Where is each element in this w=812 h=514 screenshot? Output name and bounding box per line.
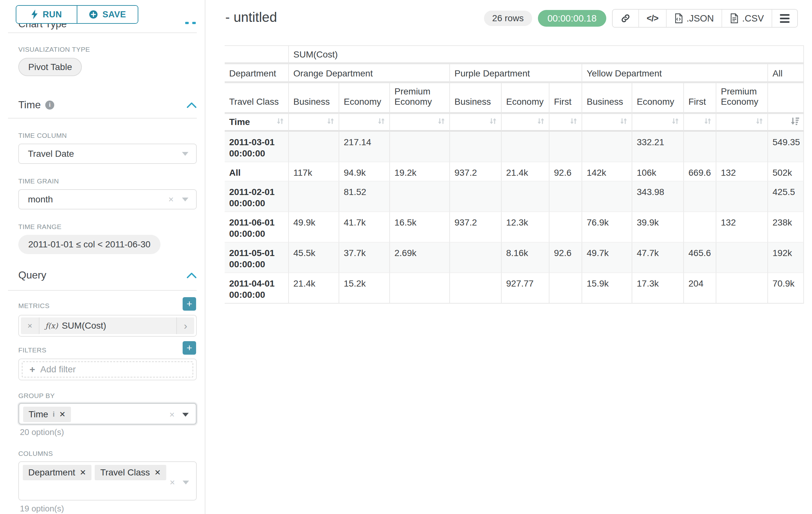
export-csv-label: .CSV xyxy=(742,13,764,24)
table-row: 2011-02-0100:00:0081.52343.98425.5 xyxy=(225,182,804,212)
time-range-chip[interactable]: 2011-01-01 ≤ col < 2011-06-30 xyxy=(18,235,161,254)
pivot-cell: 192k xyxy=(768,243,804,273)
pivot-cell: 343.98 xyxy=(632,182,684,212)
pivot-cell xyxy=(450,243,502,273)
chart-header-actions: 26 rows 00:00:00.18 </> .JSON .CSV xyxy=(484,9,798,28)
pivot-cell: 204 xyxy=(684,273,716,304)
save-button[interactable]: SAVE xyxy=(77,6,138,23)
pivot-cell: 15.9k xyxy=(582,273,632,304)
pivot-cell xyxy=(502,132,549,162)
expand-metric-icon[interactable]: › xyxy=(176,317,194,334)
time-column-select[interactable]: Travel Date xyxy=(18,143,197,164)
class-header-cell: Business xyxy=(450,83,502,114)
columns-chip[interactable]: Department✕ xyxy=(23,465,91,480)
group-by-options-hint: 20 option(s) xyxy=(20,427,64,437)
query-timer-badge: 00:00:00.18 xyxy=(538,10,606,27)
menu-button[interactable] xyxy=(772,10,797,27)
sort-icon[interactable] xyxy=(619,116,629,128)
add-filter-button[interactable]: + xyxy=(183,341,196,355)
visualization-type-label: VISUALIZATION TYPE xyxy=(18,46,90,53)
time-section-title: Time xyxy=(18,99,41,111)
sort-icon[interactable] xyxy=(488,116,498,128)
chip-label: Time xyxy=(29,409,48,420)
sort-icon[interactable] xyxy=(376,116,386,128)
export-csv-button[interactable]: .CSV xyxy=(722,10,772,27)
chart-title[interactable]: - untitled xyxy=(225,10,277,25)
pivot-cell: 217.14 xyxy=(339,132,390,162)
pivot-table: SUM(Cost)DepartmentOrange DepartmentPurp… xyxy=(225,45,804,304)
clear-icon[interactable]: × xyxy=(170,410,175,420)
sort-header-cell xyxy=(339,114,390,132)
time-grain-select[interactable]: month × xyxy=(18,189,197,210)
class-header-cell: Economy xyxy=(502,83,549,114)
chip-close-icon[interactable]: ✕ xyxy=(80,468,86,477)
pivot-cell: 2.69k xyxy=(390,243,450,273)
group-by-select[interactable]: Timei✕ × xyxy=(18,403,197,425)
metric-item[interactable]: × ƒ(x) SUM(Cost) › xyxy=(21,317,194,334)
class-header-cell: Economy xyxy=(632,83,684,114)
pivot-cell xyxy=(684,132,716,162)
pivot-cell: 927.77 xyxy=(502,273,549,304)
remove-metric-icon[interactable]: × xyxy=(21,321,39,331)
class-header-cell xyxy=(768,83,804,114)
sort-header-cell xyxy=(632,114,684,132)
pivot-table-container: SUM(Cost)DepartmentOrange DepartmentPurp… xyxy=(225,45,804,304)
chip-label: Travel Class xyxy=(100,467,150,478)
row-header-cell: 2011-04-0100:00:00 xyxy=(225,273,289,304)
pivot-table-chip[interactable]: Pivot Table xyxy=(18,58,82,76)
chevron-up-icon[interactable] xyxy=(186,102,197,108)
class-header-cell: Business xyxy=(289,83,339,114)
columns-chip[interactable]: Travel Class✕ xyxy=(95,465,166,480)
clear-icon[interactable]: × xyxy=(169,194,174,205)
divider xyxy=(8,118,197,118)
caret-down-icon[interactable] xyxy=(182,413,189,417)
run-button[interactable]: RUN xyxy=(17,6,77,23)
sort-icon[interactable] xyxy=(536,116,546,128)
sort-icon[interactable] xyxy=(755,116,764,128)
divider xyxy=(8,290,197,291)
group-by-chip[interactable]: Timei✕ xyxy=(23,407,71,422)
sort-icon[interactable] xyxy=(670,116,680,128)
clipped-icon-dot xyxy=(192,22,196,24)
embed-code-button[interactable]: </> xyxy=(639,10,667,27)
columns-options-hint: 19 option(s) xyxy=(20,504,64,514)
chart-area: - untitled 26 rows 00:00:00.18 </> .JSON… xyxy=(206,0,812,514)
table-row: All117k94.9k19.2k937.221.4k92.6142k106k6… xyxy=(225,162,804,182)
add-metric-button[interactable]: + xyxy=(183,297,196,310)
copy-link-button[interactable] xyxy=(613,10,639,27)
sort-header-cell xyxy=(390,114,450,132)
sort-icon[interactable] xyxy=(569,116,578,128)
sort-header-cell xyxy=(684,114,716,132)
sort-desc-icon[interactable] xyxy=(790,116,800,128)
info-icon: i xyxy=(45,101,54,110)
chip-close-icon[interactable]: ✕ xyxy=(154,468,161,477)
caret-down-icon[interactable] xyxy=(183,481,189,484)
columns-select[interactable]: Department✕Travel Class✕ × xyxy=(18,461,197,501)
chip-close-icon[interactable]: ✕ xyxy=(59,410,65,419)
pivot-cell xyxy=(716,243,768,273)
pivot-cell: 70.9k xyxy=(768,273,804,304)
time-dimension-label: Time xyxy=(229,117,250,127)
group-header-cell: All xyxy=(768,64,804,83)
row-header-cell: 2011-03-0100:00:00 xyxy=(225,132,289,162)
caret-down-icon[interactable] xyxy=(182,197,188,201)
caret-down-icon[interactable] xyxy=(182,152,188,156)
sort-icon[interactable] xyxy=(436,116,446,128)
metric-header-cell: SUM(Cost) xyxy=(289,45,804,64)
pivot-cell: 81.52 xyxy=(339,182,390,212)
sort-icon[interactable] xyxy=(276,116,285,128)
pivot-cell: 12.3k xyxy=(502,212,549,243)
save-button-label: SAVE xyxy=(103,10,126,20)
sort-icon[interactable] xyxy=(326,116,336,128)
clear-icon[interactable]: × xyxy=(170,477,175,488)
chevron-up-icon[interactable] xyxy=(186,272,197,278)
row-header-cell: 2011-05-0100:00:00 xyxy=(225,243,289,273)
pivot-cell: 37.7k xyxy=(339,243,390,273)
sort-icon[interactable] xyxy=(703,116,713,128)
export-json-button[interactable]: .JSON xyxy=(667,10,722,27)
add-filter-dropzone[interactable]: + Add filter xyxy=(22,361,193,377)
hamburger-icon xyxy=(780,14,789,23)
query-section-header: Query xyxy=(18,269,197,281)
pivot-cell xyxy=(684,212,716,243)
group-header-cell: Yellow Department xyxy=(582,64,768,83)
